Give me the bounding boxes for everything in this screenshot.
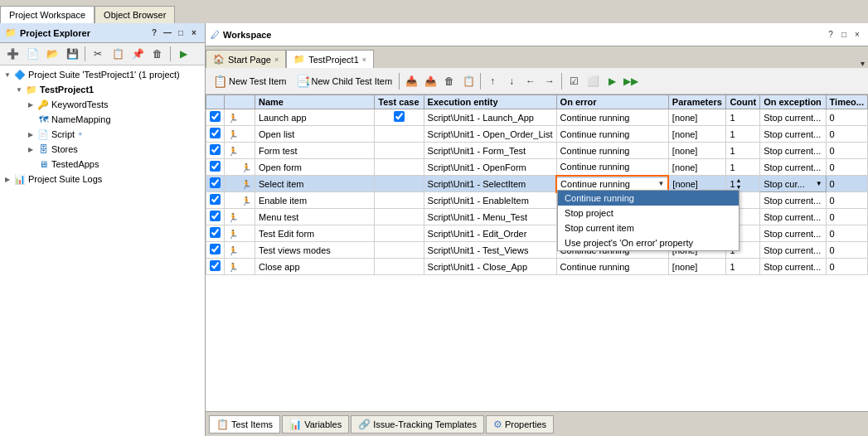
- row-exec[interactable]: Script\Unit1 - EnableItem: [424, 192, 556, 209]
- row-exec[interactable]: Script\Unit1 - Close_App: [424, 259, 556, 275]
- import-btn[interactable]: 📥: [402, 72, 420, 90]
- row-testcase[interactable]: [375, 209, 424, 225]
- row-timeout[interactable]: 0: [826, 192, 867, 209]
- row-checkbox-cell[interactable]: [206, 259, 225, 275]
- row-timeout[interactable]: 0: [826, 159, 867, 176]
- expand-script[interactable]: ▶: [25, 128, 36, 140]
- row-checkbox-cell[interactable]: [206, 242, 225, 259]
- row-name[interactable]: Enable item: [255, 192, 375, 209]
- col-onerror-header[interactable]: On error: [556, 95, 668, 109]
- row-checkbox[interactable]: [210, 244, 221, 254]
- copy-btn[interactable]: 📋: [109, 45, 127, 63]
- row-params[interactable]: [none]: [668, 259, 726, 275]
- row-testcase[interactable]: [375, 225, 424, 242]
- row-onexcept[interactable]: Stop current...: [760, 109, 826, 126]
- tree-item-stores[interactable]: ▶ 🗄 Stores: [2, 142, 203, 157]
- row-name[interactable]: Menu test: [255, 209, 375, 225]
- col-params-header[interactable]: Parameters: [668, 95, 726, 109]
- row-exec[interactable]: Script\Unit1 - Test_Views: [424, 242, 556, 259]
- row-params[interactable]: [none]: [668, 143, 726, 159]
- row-checkbox-cell[interactable]: [206, 209, 225, 225]
- dropdown-arrow[interactable]: ▼: [657, 180, 664, 187]
- tab-scroll-arrow[interactable]: ▾: [861, 59, 868, 68]
- dropdown-menu-item[interactable]: Continue running: [558, 191, 739, 206]
- testproject-close[interactable]: ×: [362, 56, 366, 64]
- row-checkbox[interactable]: [210, 194, 221, 205]
- row-onerror[interactable]: Continue running: [556, 259, 668, 275]
- col-onexcept-header[interactable]: On exception: [760, 95, 826, 109]
- left-btn[interactable]: ←: [521, 72, 540, 90]
- row-onerror[interactable]: Continue running▼Continue runningStop pr…: [556, 176, 668, 192]
- row-timeout[interactable]: 0: [826, 242, 867, 259]
- row-timeout[interactable]: 0: [826, 209, 867, 225]
- tree-item-project[interactable]: ▼ 📁 TestProject1: [2, 82, 203, 97]
- copy-btn-2[interactable]: 📋: [459, 72, 478, 90]
- tree-item-namemap[interactable]: ▶ 🗺 NameMapping: [2, 112, 203, 127]
- col-name-header[interactable]: Name: [255, 95, 375, 109]
- row-timeout[interactable]: 0: [826, 259, 867, 275]
- row-count[interactable]: 1: [726, 143, 760, 159]
- run-all-btn[interactable]: ▶▶: [622, 72, 640, 90]
- row-checkbox[interactable]: [210, 211, 221, 221]
- up-btn[interactable]: ↑: [483, 72, 502, 90]
- row-checkbox-cell[interactable]: [206, 225, 225, 242]
- row-checkbox[interactable]: [210, 161, 221, 172]
- check-all-btn[interactable]: ☑: [565, 72, 583, 90]
- col-exec-header[interactable]: Execution entity: [424, 95, 556, 109]
- dropdown-menu-item[interactable]: Stop project: [558, 206, 739, 220]
- row-exec[interactable]: Script\Unit1 - Menu_Test: [424, 209, 556, 225]
- tree-item-suite[interactable]: ▼ 🔷 Project Suite 'TestProject1' (1 proj…: [2, 67, 203, 82]
- expand-project[interactable]: ▼: [13, 84, 25, 95]
- row-timeout[interactable]: 0: [826, 176, 867, 192]
- check-none-btn[interactable]: ⬜: [584, 72, 602, 90]
- tree-item-script[interactable]: ▶ 📄 Script +: [2, 127, 203, 142]
- row-testcase[interactable]: [375, 143, 424, 159]
- startpage-close[interactable]: ×: [274, 56, 279, 64]
- row-testcase[interactable]: [375, 259, 424, 275]
- row-onexcept[interactable]: Stop current...: [760, 143, 826, 159]
- row-params[interactable]: [none]: [668, 126, 726, 143]
- row-onexcept[interactable]: Stop current...: [760, 209, 826, 225]
- row-checkbox[interactable]: [210, 260, 221, 271]
- row-testcase[interactable]: [375, 126, 424, 143]
- row-onexcept[interactable]: Stop cur...▼: [760, 176, 826, 192]
- row-name[interactable]: Close app: [255, 259, 375, 275]
- row-params[interactable]: [none]: [668, 109, 726, 126]
- open-btn[interactable]: 📂: [43, 45, 61, 63]
- row-params[interactable]: [none]: [668, 159, 726, 176]
- row-checkbox-cell[interactable]: [206, 176, 225, 192]
- row-testcase[interactable]: [375, 176, 424, 192]
- run-selected-btn[interactable]: ▶: [603, 72, 621, 90]
- row-onerror[interactable]: Continue running: [556, 159, 668, 176]
- row-checkbox[interactable]: [210, 227, 221, 238]
- right-btn[interactable]: →: [541, 72, 559, 90]
- row-count[interactable]: 1: [726, 109, 760, 126]
- col-timeout-header[interactable]: Timeo...: [826, 95, 867, 109]
- row-onexcept[interactable]: Stop current...: [760, 225, 826, 242]
- row-name[interactable]: Open form: [255, 159, 375, 176]
- row-timeout[interactable]: 0: [826, 126, 867, 143]
- row-name[interactable]: Test Edit form: [255, 225, 375, 242]
- row-checkbox-cell[interactable]: [206, 143, 225, 159]
- tree-item-testedapps[interactable]: ▶ 🖥 TestedApps: [2, 157, 203, 172]
- new-test-item-btn[interactable]: 📋 New Test Item: [209, 72, 291, 90]
- expand-keyword[interactable]: ▶: [25, 99, 36, 110]
- row-name[interactable]: Open list: [255, 126, 375, 143]
- row-exec[interactable]: Script\Unit1 - Open_Order_List: [424, 126, 556, 143]
- row-testcase[interactable]: [375, 109, 424, 126]
- tab-startpage[interactable]: 🏠 Start Page ×: [206, 50, 286, 68]
- minimize-icon[interactable]: —: [162, 27, 173, 39]
- ws-maximize-icon[interactable]: □: [838, 29, 850, 41]
- ws-close-icon[interactable]: ×: [851, 29, 863, 41]
- tab-project-workspace[interactable]: Project Workspace: [0, 6, 95, 23]
- row-count[interactable]: 1: [726, 159, 760, 176]
- row-checkbox[interactable]: [210, 128, 221, 138]
- delete-btn[interactable]: 🗑: [148, 45, 167, 63]
- row-checkbox-cell[interactable]: [206, 126, 225, 143]
- cut-btn[interactable]: ✂: [89, 45, 107, 63]
- row-onerror[interactable]: Continue running: [556, 109, 668, 126]
- row-count[interactable]: 1: [726, 259, 760, 275]
- row-exec[interactable]: Script\Unit1 - OpenForm: [424, 159, 556, 176]
- export-btn[interactable]: 📤: [421, 72, 439, 90]
- row-onexcept[interactable]: Stop current...: [760, 242, 826, 259]
